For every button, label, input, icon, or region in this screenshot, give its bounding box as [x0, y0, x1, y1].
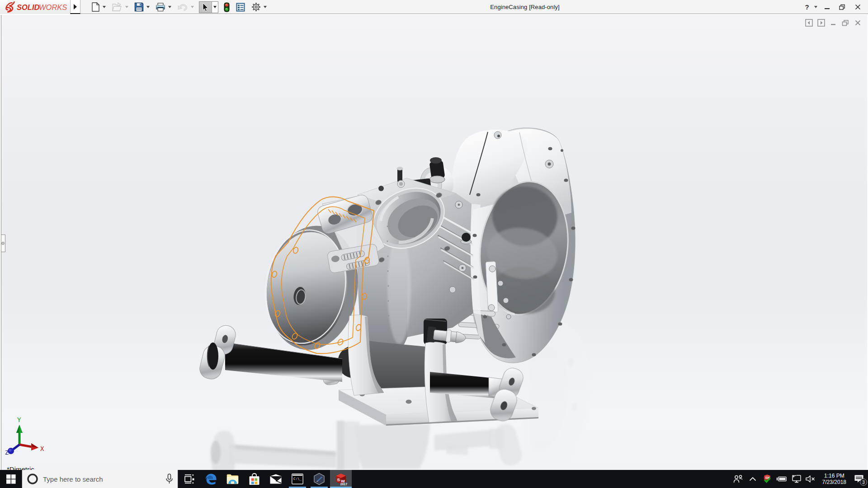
task-view-icon [184, 474, 194, 484]
taskbar-app-file-explorer[interactable] [222, 470, 243, 488]
pane-left-button[interactable] [805, 19, 813, 27]
undo-caret[interactable] [190, 1, 194, 13]
svg-text:X: X [40, 445, 44, 452]
solidworks-logo-icon: SOLID WORKS [5, 1, 68, 13]
select-tool-caret[interactable] [212, 1, 218, 13]
svg-text:Z: Z [5, 449, 9, 455]
tray-date: 7/23/2018 [822, 479, 846, 485]
svg-text:2017: 2017 [340, 483, 348, 486]
restore-icon [839, 4, 845, 10]
new-document-button[interactable] [90, 1, 101, 13]
svg-text:S: S [337, 477, 340, 482]
document-window-controls [805, 19, 862, 27]
svg-text:SOLID: SOLID [17, 3, 40, 11]
help-button[interactable]: ? [803, 0, 811, 14]
composer-hexagon-icon [313, 473, 326, 485]
panel-tab-dot [1, 242, 5, 245]
open-icon [112, 2, 123, 12]
action-center-button[interactable]: 3 [850, 470, 868, 488]
volume-muted-icon[interactable] [805, 470, 816, 488]
view-orientation-label: *Dimetric [7, 465, 34, 470]
notification-badge: 3 [860, 479, 867, 486]
engine-casing-assembly[interactable] [198, 128, 576, 426]
save-caret[interactable] [146, 1, 150, 13]
command-prompt-icon: C:\_ [292, 474, 303, 484]
task-view-button[interactable] [178, 470, 200, 488]
print-button[interactable] [155, 1, 166, 13]
caret-down-icon [814, 6, 817, 8]
doc-close-button[interactable] [854, 19, 862, 27]
microphone-icon[interactable] [165, 474, 173, 484]
svg-text:C:\_: C:\_ [293, 477, 302, 481]
system-tray: SW [731, 470, 868, 488]
print-caret[interactable] [167, 1, 172, 13]
new-document-caret[interactable] [102, 1, 106, 13]
doc-restore-button[interactable] [841, 19, 849, 27]
select-tool-group [199, 1, 218, 13]
pane-left-icon [805, 19, 813, 27]
tray-solidworks-status-icon[interactable]: SW [762, 470, 773, 488]
print-icon [156, 3, 165, 12]
doc-restore-icon [842, 19, 849, 26]
svg-text:WORKS: WORKS [39, 3, 67, 11]
save-button[interactable] [133, 1, 145, 13]
undo-button[interactable] [176, 1, 189, 13]
window-title: EngineCasing [Read-only] [240, 0, 810, 14]
mail-icon [269, 474, 282, 484]
pane-right-button[interactable] [817, 19, 825, 27]
network-icon[interactable] [791, 470, 802, 488]
doc-minimize-button[interactable] [829, 19, 837, 27]
flyout-arrow-icon [73, 4, 77, 9]
select-cursor-icon [202, 3, 209, 11]
battery-icon[interactable] [776, 470, 787, 488]
taskbar-app-store[interactable] [243, 470, 265, 488]
pane-right-icon [817, 19, 825, 27]
new-document-icon [91, 2, 100, 12]
taskbar-app-solidworks-composer[interactable] [308, 470, 330, 488]
taskbar-app-solidworks-2017[interactable]: S W 2017 [330, 470, 352, 488]
feature-panel-collapsed-tab[interactable] [1, 235, 5, 252]
open-button[interactable] [111, 1, 123, 13]
close-icon [855, 4, 861, 10]
close-button[interactable] [851, 0, 864, 14]
taskbar-app-mail[interactable] [265, 470, 287, 488]
save-icon [134, 2, 144, 12]
doc-close-icon [854, 19, 861, 26]
taskbar-search[interactable] [22, 470, 178, 488]
tray-chevron-up-icon[interactable] [747, 470, 758, 488]
open-caret[interactable] [124, 1, 129, 13]
edge-icon [205, 473, 217, 485]
solidworks-logo: SOLID WORKS [0, 0, 80, 14]
solidworks-2017-icon: S W 2017 [334, 472, 348, 486]
window-controls: ? [803, 0, 864, 14]
help-dropdown-caret[interactable] [813, 0, 818, 14]
tray-clock[interactable]: 1:16 PM 7/23/2018 [819, 473, 850, 485]
graphics-viewport[interactable]: Y X Z *Dimetric [1, 15, 867, 470]
title-bar: SOLID WORKS [0, 0, 868, 14]
rebuild-traffic-light-button[interactable] [223, 1, 231, 13]
taskbar-app-command-prompt[interactable]: C:\_ [287, 470, 308, 488]
minimize-button[interactable] [820, 0, 834, 14]
undo-icon [177, 3, 188, 12]
doc-minimize-icon [830, 19, 837, 26]
minimize-icon [824, 4, 830, 10]
search-input[interactable] [43, 475, 161, 483]
windows-logo-icon [6, 474, 16, 484]
engine-casing-3d-model[interactable] [1, 15, 867, 470]
traffic-light-icon [224, 2, 230, 12]
menu-flyout-button[interactable] [70, 0, 80, 14]
svg-text:Y: Y [17, 416, 21, 423]
file-explorer-icon [226, 474, 239, 485]
restore-button[interactable] [835, 0, 849, 14]
select-tool-button[interactable] [199, 2, 212, 13]
taskbar-app-edge[interactable] [200, 470, 222, 488]
tray-time: 1:16 PM [822, 473, 846, 479]
client-area: Y X Z *Dimetric [0, 14, 868, 470]
windows-taskbar: C:\_ S W 2017 [0, 470, 868, 488]
people-icon[interactable] [733, 470, 744, 488]
reference-triad: Y X Z [4, 409, 54, 455]
cortana-icon [27, 473, 38, 485]
store-icon [249, 473, 260, 485]
start-button[interactable] [0, 470, 22, 488]
